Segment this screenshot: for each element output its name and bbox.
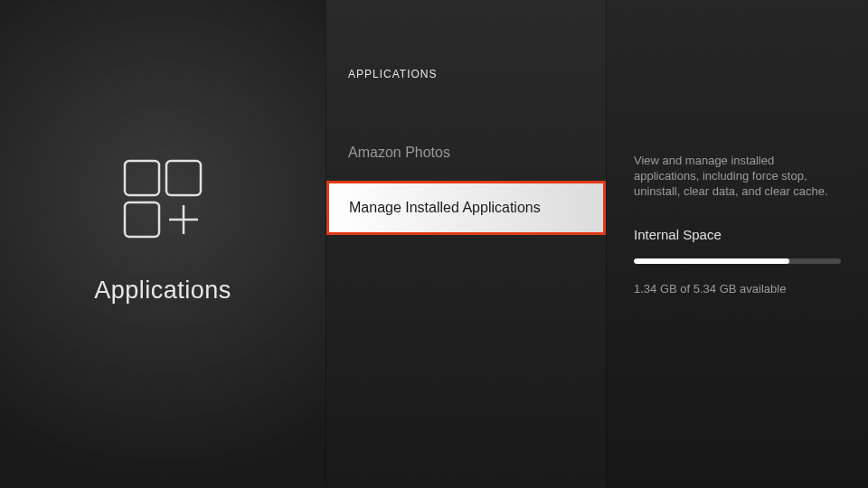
menu-panel: APPLICATIONS Amazon Photos Manage Instal… — [326, 0, 606, 488]
storage-label: Internal Space — [634, 227, 841, 242]
svg-rect-1 — [166, 161, 201, 195]
detail-panel: View and manage installed applications, … — [606, 0, 868, 488]
menu-item-manage-installed[interactable]: Manage Installed Applications — [326, 181, 606, 235]
storage-progress-bar — [634, 258, 841, 264]
svg-rect-2 — [125, 202, 159, 237]
storage-progress-fill — [634, 258, 789, 264]
menu-item-amazon-photos[interactable]: Amazon Photos — [326, 130, 606, 175]
item-description: View and manage installed applications, … — [634, 154, 841, 200]
page-title: Applications — [94, 277, 231, 305]
section-header: APPLICATIONS — [326, 68, 606, 80]
left-panel: Applications — [0, 0, 326, 488]
storage-available-text: 1.34 GB of 5.34 GB available — [634, 282, 841, 296]
svg-rect-0 — [125, 161, 159, 195]
applications-icon — [119, 157, 206, 248]
